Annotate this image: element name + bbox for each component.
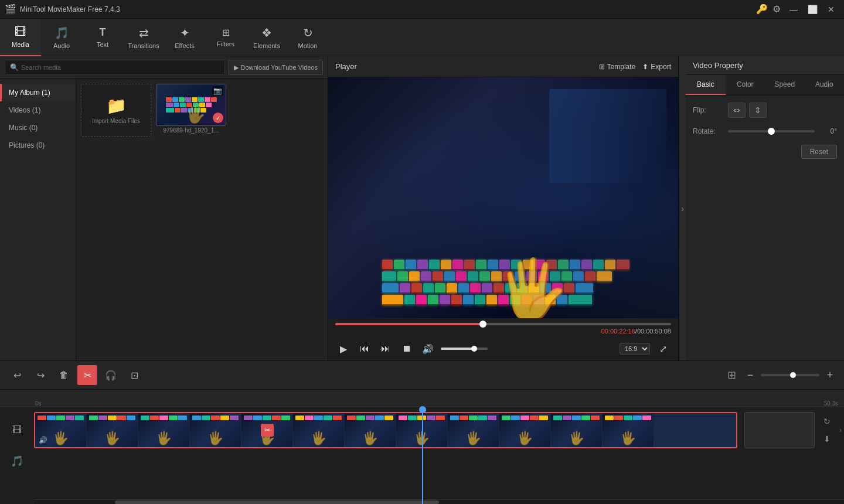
- elements-icon: ❖: [261, 26, 272, 40]
- time-current: 00:00:22:16: [601, 328, 635, 335]
- time-display: 00:00:22:16 / 00:00:50:08: [335, 328, 671, 335]
- frame-thumb: 🖐: [551, 413, 603, 447]
- zoom-fit-button[interactable]: ⊞: [723, 367, 740, 383]
- redo-button[interactable]: ↪: [30, 365, 50, 385]
- sidebar-item-my-album[interactable]: My Album (1): [0, 84, 76, 101]
- frame-thumb: 🖐: [448, 413, 499, 447]
- template-button[interactable]: ⊞ Template: [599, 63, 636, 71]
- sidebar-item-videos[interactable]: Videos (1): [0, 101, 76, 119]
- progress-bar[interactable]: [335, 323, 671, 325]
- import-media-button[interactable]: 📁 Import Media Files: [81, 84, 151, 137]
- import-icon: 📁: [106, 96, 127, 115]
- track-expand-button[interactable]: ›: [837, 413, 844, 448]
- volume-icon[interactable]: 🔊: [420, 340, 436, 357]
- toolbar-label-text: Text: [97, 41, 108, 48]
- frame-thumb: 🖐: [87, 413, 138, 447]
- zoom-plus-button[interactable]: +: [823, 368, 837, 382]
- toolbar-item-media[interactable]: 🎞 Media: [0, 19, 41, 56]
- volume-thumb[interactable]: [471, 346, 477, 352]
- maximize-button[interactable]: ⬜: [804, 4, 821, 15]
- export-button[interactable]: ⬆ Export: [642, 63, 671, 71]
- tab-audio[interactable]: Audio: [805, 75, 845, 95]
- zoom-slider[interactable]: [761, 374, 819, 376]
- scrollbar-thumb[interactable]: [115, 500, 439, 504]
- stop-button[interactable]: ⏹: [399, 340, 415, 357]
- toolbar-item-filters[interactable]: ⊞ Filters: [205, 19, 246, 56]
- track-action-download[interactable]: ⬇: [819, 431, 835, 447]
- effects-icon: ✦: [180, 26, 190, 40]
- next-frame-button[interactable]: ⏭: [377, 340, 394, 357]
- tab-speed[interactable]: Speed: [765, 75, 805, 95]
- minimize-button[interactable]: —: [785, 4, 802, 15]
- left-panel: 🔍 Search media ▶ Download YouTube Videos…: [0, 56, 328, 360]
- video-check-badge: ✓: [213, 113, 223, 123]
- delete-button[interactable]: 🗑: [54, 365, 74, 385]
- settings-icon[interactable]: ⚙: [772, 4, 781, 15]
- video-track[interactable]: 🖐 🖐 🖐 🖐: [34, 412, 737, 448]
- reset-button-container: Reset: [693, 145, 837, 159]
- reset-button[interactable]: Reset: [801, 145, 837, 159]
- timeline-tracks: 🎞 🖐 🖐: [0, 407, 844, 474]
- volume-slider[interactable]: [441, 348, 488, 350]
- flip-v-icon: ⇕: [754, 105, 761, 115]
- fullscreen-button[interactable]: ⤢: [655, 340, 671, 357]
- play-button[interactable]: ▶: [335, 340, 352, 357]
- ruler-mark-end: 50.3s: [824, 400, 838, 407]
- sidebar-item-pictures[interactable]: Pictures (0): [0, 137, 76, 154]
- track-volume-icon[interactable]: 🔊: [39, 436, 47, 444]
- undo-button[interactable]: ↩: [7, 365, 27, 385]
- cut-button[interactable]: ✂: [77, 365, 97, 385]
- video-thumbnail[interactable]: 🖐 📷 ✓ 979689-hd_1920_1...: [156, 84, 226, 137]
- audio-track-controls: 🎵: [0, 455, 34, 468]
- chevron-right-icon: ›: [681, 204, 684, 213]
- zoom-minus-button[interactable]: −: [743, 368, 757, 382]
- tab-basic[interactable]: Basic: [686, 75, 726, 95]
- player-panel: Player ⊞ Template ⬆ Export: [328, 56, 679, 360]
- close-button[interactable]: ✕: [823, 4, 839, 15]
- toolbar-item-motion[interactable]: ↻ Motion: [287, 19, 328, 56]
- toolbar-label-effects: Effects: [175, 42, 194, 49]
- headphones-button[interactable]: 🎧: [101, 365, 121, 385]
- cut-indicator[interactable]: ✂: [261, 424, 274, 437]
- sidebar-item-music[interactable]: Music (0): [0, 119, 76, 137]
- toolbar-item-text[interactable]: T Text: [82, 19, 123, 56]
- flip-vertical-button[interactable]: ⇕: [749, 103, 767, 118]
- rotate-slider[interactable]: [728, 130, 815, 132]
- key-icon[interactable]: 🔑: [756, 4, 768, 15]
- progress-thumb[interactable]: [479, 321, 486, 328]
- video-property-header: Video Property: [686, 56, 844, 75]
- bottom-toolbar: ↩ ↪ 🗑 ✂ 🎧 ⊡ ⊞ − +: [0, 360, 844, 390]
- audio-icon: 🎵: [55, 26, 69, 40]
- video-property-title: Video Property: [693, 61, 743, 70]
- frame-thumb: 🖐: [138, 413, 190, 447]
- sidebar: My Album (1) Videos (1) Music (0) Pictur…: [0, 79, 76, 360]
- zoom-thumb[interactable]: [790, 372, 796, 378]
- track-action-refresh[interactable]: ↻: [819, 414, 835, 429]
- toolbar-item-elements[interactable]: ❖ Elements: [246, 19, 287, 56]
- crop-button[interactable]: ⊡: [124, 365, 144, 385]
- media-icon: 🎞: [15, 25, 26, 39]
- flip-row: Flip: ⇔ ⇕: [693, 103, 837, 118]
- video-track-row: 🎞 🖐 🖐: [0, 410, 844, 451]
- rotate-thumb[interactable]: [768, 128, 775, 135]
- toolbar-item-audio[interactable]: 🎵 Audio: [41, 19, 82, 56]
- download-label: Download YouTube Videos: [241, 64, 318, 71]
- prev-frame-button[interactable]: ⏮: [356, 340, 373, 357]
- search-box[interactable]: 🔍 Search media: [5, 60, 225, 75]
- frame-thumb: 🖐: [396, 413, 448, 447]
- motion-icon: ↻: [303, 26, 313, 40]
- toolbar-item-effects[interactable]: ✦ Effects: [164, 19, 205, 56]
- panel-collapse-button[interactable]: ›: [679, 56, 686, 360]
- aspect-ratio-select[interactable]: 16:9 4:3 1:1 9:16: [620, 343, 650, 355]
- video-preview: 🖐: [328, 77, 678, 318]
- export-label: Export: [651, 63, 671, 71]
- player-controls: ▶ ⏮ ⏭ ⏹ 🔊 16:9 4:3 1:1 9:16 ⤢: [328, 337, 678, 360]
- video-track-frames: 🖐 🖐 🖐 🖐: [35, 413, 736, 447]
- track-right-actions: ↻ ⬇: [819, 414, 835, 447]
- timeline-scrollbar[interactable]: [34, 499, 844, 504]
- toolbar-item-transitions[interactable]: ⇄ Transitions: [123, 19, 164, 56]
- flip-horizontal-button[interactable]: ⇔: [728, 103, 746, 118]
- video-frame: 🖐: [328, 77, 678, 318]
- tab-color[interactable]: Color: [726, 75, 765, 95]
- download-youtube-button[interactable]: ▶ Download YouTube Videos: [229, 60, 324, 75]
